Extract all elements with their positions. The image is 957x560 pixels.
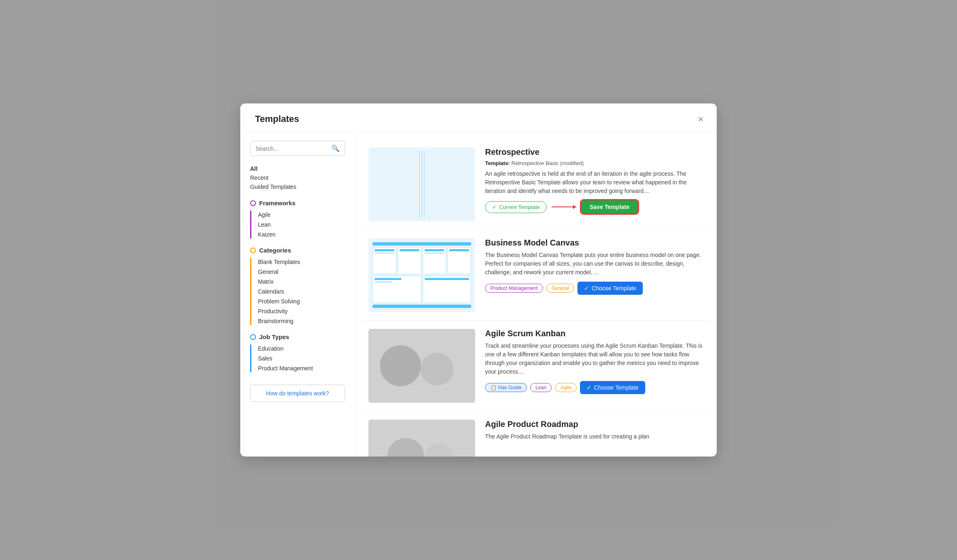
has-guide-label: Has Guide bbox=[498, 385, 522, 390]
bmc-title: Business Model Canvas bbox=[485, 238, 704, 248]
checkmark-icon: ✓ bbox=[492, 204, 497, 210]
choose-template-label-kanban: Choose Template bbox=[594, 384, 639, 391]
categories-icon bbox=[250, 248, 256, 253]
sidebar-nav: All Recent Guided Templates bbox=[250, 164, 345, 191]
kanban-thumbnail bbox=[368, 329, 475, 403]
retrospective-actions: ✓ Current Template Save Template bbox=[485, 200, 704, 213]
retrospective-meta: Template: Retrospective Basic (modified) bbox=[485, 160, 704, 166]
sidebar-item-calendars[interactable]: Calendars bbox=[258, 287, 345, 296]
retrospective-info: Retrospective Template: Retrospective Ba… bbox=[485, 147, 704, 221]
sidebar-item-blank-templates[interactable]: Blank Templates bbox=[258, 258, 345, 266]
job-types-header: Job Types bbox=[250, 333, 345, 340]
template-card-kanban: Agile Scrum Kanban Track and streamline … bbox=[365, 321, 707, 411]
frameworks-icon bbox=[250, 200, 256, 206]
retrospective-meta-label: Template: bbox=[485, 160, 510, 166]
tag-has-guide[interactable]: 📋 Has Guide bbox=[485, 383, 527, 392]
roadmap-title: Agile Product Roadmap bbox=[485, 420, 704, 429]
sidebar-nav-guided[interactable]: Guided Templates bbox=[250, 182, 345, 191]
categories-label: Categories bbox=[259, 247, 291, 254]
sidebar-item-sales[interactable]: Sales bbox=[258, 354, 345, 363]
templates-modal: Templates × 🔍 All Recent Guided Template… bbox=[240, 103, 717, 457]
sidebar-item-product-management[interactable]: Product Management bbox=[258, 364, 345, 372]
close-button[interactable]: × bbox=[696, 112, 705, 126]
retrospective-meta-value: Retrospective Basic (modified) bbox=[511, 160, 584, 166]
roadmap-thumbnail bbox=[368, 420, 475, 457]
choose-template-button-bmc[interactable]: ✓ Choose Template bbox=[577, 282, 643, 295]
modal-header: Templates × bbox=[240, 103, 717, 133]
bmc-info: Business Model Canvas The Business Model… bbox=[485, 238, 704, 312]
sidebar-item-lean[interactable]: Lean bbox=[258, 220, 345, 229]
template-card-roadmap: Agile Product Roadmap The Agile Product … bbox=[365, 411, 707, 457]
search-icon: 🔍 bbox=[331, 145, 340, 152]
tag-agile[interactable]: Agile bbox=[555, 383, 577, 392]
sidebar-section-categories: Categories Blank Templates General Matri… bbox=[250, 247, 345, 325]
sidebar-item-productivity[interactable]: Productivity bbox=[258, 307, 345, 315]
sidebar-item-agile[interactable]: Agile bbox=[258, 211, 345, 219]
sidebar-section-job-types: Job Types Education Sales Product Manage… bbox=[250, 333, 345, 372]
arrow-annotation bbox=[552, 207, 576, 207]
frameworks-header: Frameworks bbox=[250, 200, 345, 207]
choose-template-button-kanban[interactable]: ✓ Choose Template bbox=[580, 381, 645, 394]
sidebar-section-frameworks: Frameworks Agile Lean Kaizen bbox=[250, 200, 345, 239]
search-input[interactable] bbox=[255, 145, 328, 152]
sidebar-item-kaizen[interactable]: Kaizen bbox=[258, 230, 345, 239]
sidebar-item-brainstorming[interactable]: Brainstorming bbox=[258, 317, 345, 325]
categories-items: Blank Templates General Matrix Calendars… bbox=[250, 258, 345, 325]
job-types-items: Education Sales Product Management bbox=[250, 344, 345, 372]
how-templates-button[interactable]: How do templates work? bbox=[250, 385, 345, 402]
roadmap-info: Agile Product Roadmap The Agile Product … bbox=[485, 420, 704, 457]
job-types-label: Job Types bbox=[259, 333, 289, 340]
categories-header: Categories bbox=[250, 247, 345, 254]
sidebar-item-problem-solving[interactable]: Problem Solving bbox=[258, 297, 345, 305]
tag-lean[interactable]: Lean bbox=[530, 383, 552, 392]
sidebar: 🔍 All Recent Guided Templates Frameworks… bbox=[240, 133, 355, 457]
search-container: 🔍 bbox=[250, 141, 345, 156]
kanban-description: Track and streamline your processes usin… bbox=[485, 342, 704, 376]
arrow-line bbox=[552, 207, 576, 207]
sidebar-nav-recent[interactable]: Recent bbox=[250, 173, 345, 182]
frameworks-items: Agile Lean Kaizen bbox=[250, 211, 345, 239]
current-template-label: Current Template bbox=[499, 204, 540, 210]
sidebar-item-matrix[interactable]: Matrix bbox=[258, 278, 345, 286]
guide-icon: 📋 bbox=[490, 385, 497, 390]
kanban-tags: 📋 Has Guide Lean Agile ✓ Choose Template bbox=[485, 381, 704, 394]
sidebar-item-general[interactable]: General bbox=[258, 268, 345, 276]
template-card-bmc: Business Model Canvas The Business Model… bbox=[365, 230, 707, 321]
sidebar-nav-all[interactable]: All bbox=[250, 164, 345, 173]
choose-template-label-bmc: Choose Template bbox=[591, 285, 636, 291]
retrospective-thumbnail bbox=[368, 147, 475, 221]
frameworks-label: Frameworks bbox=[259, 200, 295, 207]
retrospective-title: Retrospective bbox=[485, 147, 704, 157]
roadmap-description: The Agile Product Roadmap Template is us… bbox=[485, 432, 704, 441]
bmc-description: The Business Model Canvas Template puts … bbox=[485, 251, 704, 277]
tag-general[interactable]: General bbox=[546, 284, 575, 293]
save-template-button[interactable]: Save Template bbox=[581, 200, 637, 213]
template-card-retrospective: Retrospective Template: Retrospective Ba… bbox=[365, 139, 707, 230]
bmc-tags: Product Management General ✓ Choose Temp… bbox=[485, 282, 704, 295]
modal-body: 🔍 All Recent Guided Templates Frameworks… bbox=[240, 133, 717, 457]
modal-title: Templates bbox=[255, 114, 299, 124]
sidebar-item-education[interactable]: Education bbox=[258, 344, 345, 353]
current-template-badge: ✓ Current Template bbox=[485, 201, 547, 213]
tag-product-management[interactable]: Product Management bbox=[485, 284, 543, 293]
job-types-icon bbox=[250, 334, 256, 340]
bmc-thumbnail bbox=[368, 238, 475, 312]
modal-overlay: Templates × 🔍 All Recent Guided Template… bbox=[0, 0, 957, 560]
how-templates-section: How do templates work? bbox=[250, 385, 345, 402]
kanban-info: Agile Scrum Kanban Track and streamline … bbox=[485, 329, 704, 403]
checkmark-icon-kanban: ✓ bbox=[587, 384, 591, 391]
checkmark-icon-bmc: ✓ bbox=[584, 285, 589, 291]
retrospective-description: An agile retrospective is held at the en… bbox=[485, 170, 704, 195]
templates-list: Retrospective Template: Retrospective Ba… bbox=[355, 133, 717, 457]
kanban-title: Agile Scrum Kanban bbox=[485, 329, 704, 338]
